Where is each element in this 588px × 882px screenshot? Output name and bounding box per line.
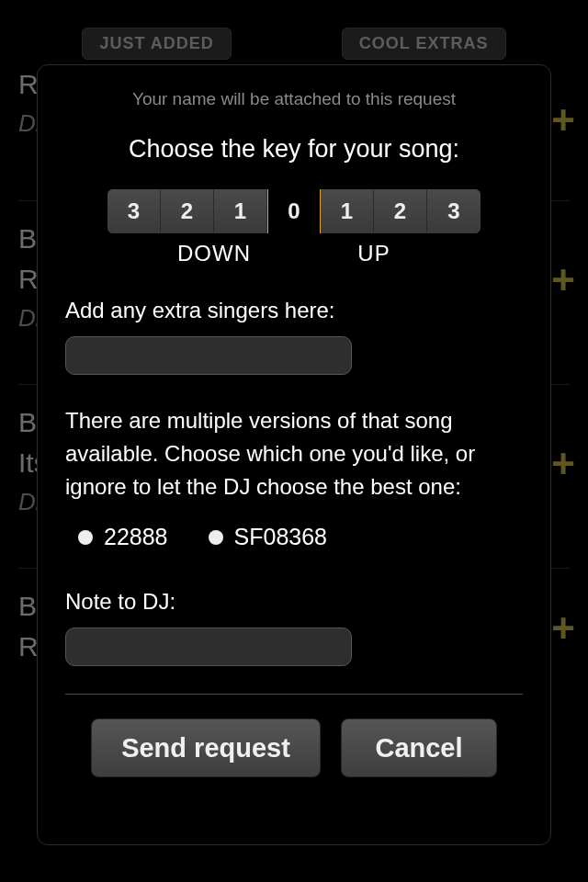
- send-request-button[interactable]: Send request: [91, 718, 321, 777]
- modal-subtitle: Your name will be attached to this reque…: [65, 89, 523, 109]
- version-option[interactable]: SF08368: [209, 524, 327, 550]
- radio-dot-icon: [209, 530, 223, 545]
- key-segmented-control[interactable]: 3210123: [107, 189, 481, 233]
- note-label: Note to DJ:: [65, 589, 523, 615]
- extra-singers-label: Add any extra singers here:: [65, 298, 523, 323]
- key-option-up-3[interactable]: 3: [427, 189, 481, 233]
- version-option[interactable]: 22888: [78, 524, 168, 550]
- key-option-down-1[interactable]: 1: [214, 189, 267, 233]
- choose-key-heading: Choose the key for your song:: [65, 135, 523, 164]
- version-label: SF08368: [234, 524, 327, 550]
- versions-text: There are multiple versions of that song…: [65, 404, 523, 503]
- key-selector: 3210123 DOWN UP: [65, 189, 523, 266]
- key-option-down-2[interactable]: 2: [161, 189, 214, 233]
- note-input[interactable]: [65, 628, 352, 666]
- version-radios: 22888SF08368: [65, 524, 523, 550]
- key-option-up-1[interactable]: 1: [321, 189, 374, 233]
- request-modal: Your name will be attached to this reque…: [37, 64, 551, 845]
- down-label: DOWN: [159, 241, 269, 266]
- extra-singers-input[interactable]: [65, 336, 352, 375]
- up-label: UP: [319, 241, 429, 266]
- key-direction-labels: DOWN UP: [107, 233, 481, 266]
- modal-overlay: Your name will be attached to this reque…: [0, 0, 588, 882]
- cancel-button[interactable]: Cancel: [341, 718, 497, 777]
- key-option-down-3[interactable]: 3: [107, 189, 161, 233]
- key-option-up-2[interactable]: 2: [374, 189, 427, 233]
- key-option-zero[interactable]: 0: [267, 189, 321, 233]
- radio-dot-icon: [78, 530, 93, 545]
- version-label: 22888: [104, 524, 168, 550]
- modal-actions: Send request Cancel: [65, 718, 523, 777]
- divider: [65, 694, 523, 695]
